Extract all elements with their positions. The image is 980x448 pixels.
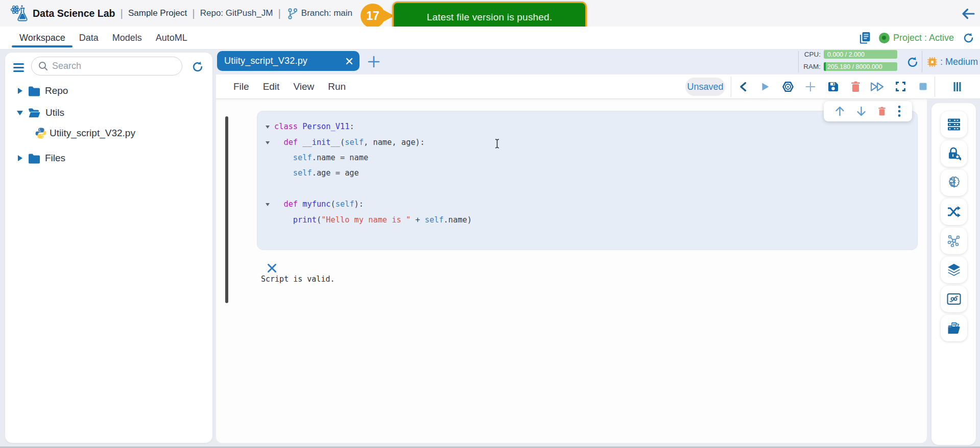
save-icon[interactable] [822,74,844,98]
shuffle-icon[interactable] [941,198,967,225]
menu-edit[interactable]: Edit [263,81,280,92]
menu-view[interactable]: View [293,81,314,92]
folder-open-icon [28,108,41,118]
file-explorer-sidebar: Repo Utils Utiity_script_V32. [5,53,212,443]
editor-tabstrip: Utiity_script_V32.py CPU: 0.000 / 2.000 … [216,49,980,74]
fold-caret-icon[interactable] [266,141,270,144]
divider: | [192,7,195,19]
toast-message: Latest file version is pushed. [427,12,553,23]
menu-run[interactable]: Run [328,81,346,92]
search-input[interactable] [52,61,170,71]
trash-icon[interactable] [844,74,867,98]
fold-caret-icon[interactable] [266,203,270,206]
tree-item-python-file[interactable]: Utiity_script_V32.py [5,123,212,143]
stop-icon[interactable] [912,74,934,98]
build-gear-icon[interactable] [777,74,799,98]
chevron-left-icon[interactable] [732,74,754,98]
columns-icon[interactable] [946,74,968,98]
editor-menubar: File Edit View Run Unsaved [216,74,980,99]
plus-icon[interactable] [799,74,822,98]
close-x-icon[interactable] [267,263,277,275]
fast-forward-icon[interactable] [867,74,889,98]
cpu-meter: 0.000 / 2.000 [824,50,897,59]
cell-drag-handle[interactable] [225,116,228,303]
git-branch-icon [287,8,298,22]
menu-list: File Edit View Run [233,74,346,98]
top-header: Data Science Lab | Sample Project | Repo… [0,0,980,27]
tree-item-utils[interactable]: Utils [5,103,212,123]
step-badge: 17 [361,4,394,28]
save-state-label: Unsaved [687,82,723,92]
tree-item-label: Repo [45,85,68,96]
file-tab-label: Utiity_script_V32.py [224,56,307,66]
divider [731,77,731,97]
lock-key-icon[interactable] [941,140,967,167]
project-name: Sample Project [128,8,187,18]
text-cursor-pointer [494,139,500,151]
refresh-icon[interactable] [963,32,974,44]
new-tab-plus-icon[interactable] [367,55,380,70]
nav-tab-automl[interactable]: AutoML [155,27,188,49]
nav-tab-models[interactable]: Models [112,27,142,49]
divider: | [278,7,280,19]
app-logo-icon [10,4,28,22]
molecule-icon[interactable] [941,228,967,254]
close-icon[interactable] [346,58,353,65]
instance-size: : Medium [927,49,978,74]
folder-icon [28,153,40,164]
search-box [31,57,182,76]
chevron-right-icon[interactable] [17,155,23,161]
ram-label: RAM: [802,63,821,70]
branch-label: Branch: main [301,8,352,18]
repo-label: Repo: GitPush_JM [200,8,273,18]
server-rack-icon[interactable] [941,111,967,138]
tree-item-label: Utils [45,107,64,118]
brain-circuit-icon[interactable] [941,169,967,196]
validation-message: Script is valid. [261,275,335,284]
code-line: self.age = age [266,165,917,181]
file-tab[interactable]: Utiity_script_V32.py [217,51,360,71]
folder-docs-icon[interactable] [941,315,967,341]
refresh-icon[interactable] [192,61,204,75]
arrow-up-icon[interactable] [835,106,845,116]
tree-item-label: Files [45,153,65,164]
step-badge-number: 17 [361,4,385,28]
editor-canvas: class Person_V11: def __init__(self, nam… [216,99,927,443]
chevron-down-icon[interactable] [17,111,23,115]
code-cell[interactable]: class Person_V11: def __init__(self, nam… [257,111,918,250]
tree-item-files[interactable]: Files [5,148,212,168]
save-state-badge: Unsaved [685,78,725,96]
content-area: Repo Utils Utiity_script_V32. [0,49,980,448]
app-title: Data Science Lab [33,8,115,19]
play-icon[interactable] [754,74,777,98]
nav-tab-data[interactable]: Data [79,27,99,49]
divider: | [120,7,123,19]
project-status-label: Project : Active [893,33,954,43]
tree-item-label: Utiity_script_V32.py [50,128,135,139]
code-line: def myfunc(self): [266,196,917,212]
tree-item-repo[interactable]: Repo [5,81,212,101]
code-line: print("Hello my name is " + self.name) [266,212,917,227]
chip-icon [927,57,938,67]
chevron-right-icon[interactable] [17,88,23,94]
fullscreen-icon[interactable] [889,74,912,98]
instance-size-label: : Medium [940,57,978,67]
copy-docs-icon[interactable] [859,31,871,44]
cpu-label: CPU: [802,51,821,58]
trash-icon[interactable] [878,107,886,116]
fold-caret-icon[interactable] [266,126,270,129]
back-arrow-icon[interactable] [961,7,975,22]
menu-hamburger-icon[interactable] [13,63,24,72]
code-line: def __init__(self, name, age): [266,134,917,150]
code-line: class Person_V11: [266,119,917,134]
nav-tab-workspace[interactable]: Workspace [19,27,66,49]
kebab-menu-icon[interactable] [898,105,901,117]
right-tool-rail [931,103,976,445]
divider [798,51,799,72]
refresh-icon[interactable] [906,56,919,70]
menu-file[interactable]: File [233,81,249,92]
layers-icon[interactable] [941,257,967,283]
cpu-meter-value: 0.000 / 2.000 [827,51,865,58]
arrow-down-icon[interactable] [856,106,866,116]
infinity-badge-icon[interactable] [941,286,967,312]
